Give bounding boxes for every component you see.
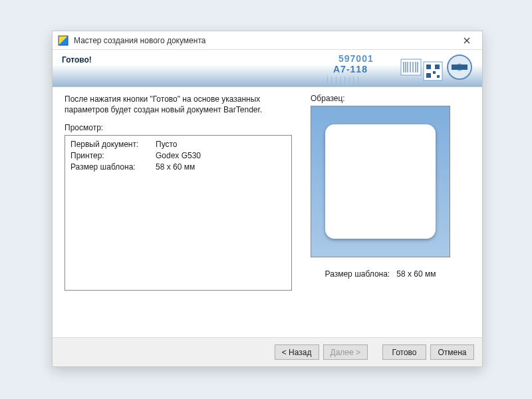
banner: Готово! 597001 A7-118 |||||||| (53, 50, 482, 87)
review-label: Просмотр: (65, 123, 292, 132)
right-column: Образец: Размер шаблона: 58 x 60 мм (311, 94, 461, 279)
review-value: Godex G530 (156, 151, 286, 160)
sample-caption: Размер шаблона: 58 x 60 мм (311, 269, 450, 279)
svg-rect-15 (435, 65, 440, 69)
app-icon (58, 35, 68, 46)
review-row: Первый документ: Пусто (70, 140, 286, 149)
svg-rect-18 (437, 75, 440, 78)
window-title: Мастер создания нового документа (74, 36, 456, 45)
svg-text:||||||||: |||||||| (327, 76, 362, 83)
sample-caption-value: 58 x 60 мм (396, 269, 436, 279)
titlebar: Мастер создания нового документа (53, 31, 482, 50)
sample-preview-box (311, 106, 450, 257)
left-column: После нажатия кнопки "Готово" на основе … (65, 94, 292, 291)
cancel-button[interactable]: Отмена (430, 344, 474, 360)
sample-label: Образец: (311, 94, 461, 103)
wizard-window: Мастер создания нового документа Готово!… (52, 31, 483, 367)
label-preview (325, 124, 436, 239)
review-key: Размер шаблона: (70, 162, 156, 172)
next-button: Далее > (323, 344, 368, 360)
back-button[interactable]: < Назад (275, 344, 319, 360)
review-key: Первый документ: (70, 140, 156, 149)
svg-rect-14 (426, 65, 431, 69)
svg-text:597001: 597001 (338, 53, 374, 64)
svg-rect-21 (452, 65, 467, 70)
content-area: После нажатия кнопки "Готово" на основе … (53, 87, 482, 337)
review-value: 58 x 60 мм (156, 162, 286, 172)
page-heading: Готово! (62, 55, 92, 65)
wizard-footer: < Назад Далее > Готово Отмена (53, 337, 482, 366)
finish-button[interactable]: Готово (382, 344, 426, 360)
banner-art: 597001 A7-118 |||||||| (319, 53, 478, 84)
review-row: Принтер: Godex G530 (70, 151, 286, 160)
close-button[interactable] (456, 33, 478, 48)
review-value: Пусто (156, 140, 286, 149)
review-box: Первый документ: Пусто Принтер: Godex G5… (65, 135, 292, 291)
svg-rect-16 (426, 73, 431, 78)
sample-caption-key: Размер шаблона: (325, 269, 390, 279)
review-row: Размер шаблона: 58 x 60 мм (70, 162, 286, 172)
intro-text: После нажатия кнопки "Готово" на основе … (65, 94, 271, 115)
svg-text:A7-118: A7-118 (333, 64, 368, 74)
svg-rect-17 (433, 71, 436, 74)
review-key: Принтер: (70, 151, 156, 160)
